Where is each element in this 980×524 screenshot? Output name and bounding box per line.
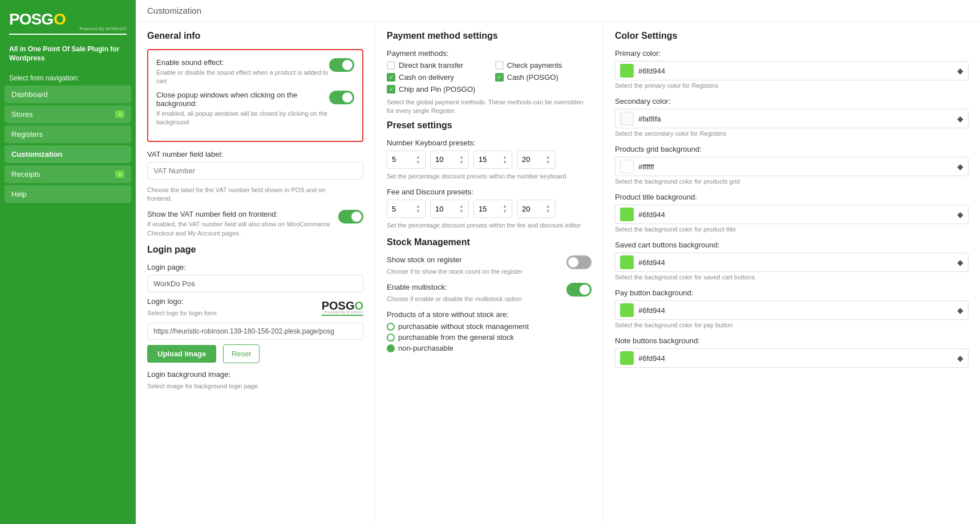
logo-pos: POS <box>9 10 41 29</box>
radio-btn-2[interactable] <box>387 344 395 352</box>
sidebar: POS GO Powered By WORKGO All in One Poin… <box>0 0 136 524</box>
page-title: Customization <box>147 6 969 15</box>
preset-arrows-0: ▲▼ <box>416 155 420 165</box>
page-header: Customization <box>136 0 980 22</box>
color-picker-icon-6[interactable]: ◆ <box>957 354 963 363</box>
multistock-toggle[interactable] <box>566 283 592 296</box>
sidebar-item-help[interactable]: Help <box>5 185 131 203</box>
show-stock-toggle[interactable] <box>566 255 592 269</box>
sidebar-item-label: Stores <box>11 110 33 119</box>
color-products-grid: Products grid background: #ffffff ◆ Sele… <box>615 145 969 185</box>
payment-method-0: Direct bank transfer <box>387 61 484 70</box>
payment-method-3: Cash (POSGO) <box>495 73 592 82</box>
color-saved-cart-label: Saved cart buttons background: <box>615 241 969 249</box>
payment-label-2: Cash on delivery <box>399 73 454 82</box>
sidebar-item-label: Dashboard <box>11 90 48 99</box>
cb-2[interactable] <box>387 73 395 82</box>
vat-input[interactable] <box>147 162 363 180</box>
color-secondary-input[interactable]: #faf8fa ◆ <box>615 109 969 128</box>
color-picker-icon-3[interactable]: ◆ <box>957 210 963 219</box>
show-stock-label: Show stock on register <box>387 255 523 264</box>
sidebar-item-label: Registers <box>11 130 43 139</box>
show-vat-toggle[interactable] <box>338 210 363 224</box>
cb-1[interactable] <box>495 61 504 70</box>
multistock-desc: Choose if enable or disable the multisto… <box>387 295 522 303</box>
color-picker-icon-1[interactable]: ◆ <box>957 114 963 123</box>
keyboard-desc: Set the percentage discount presets with… <box>387 172 592 181</box>
preset-arrows-1: ▲▼ <box>459 155 464 165</box>
payment-method-2: Cash on delivery <box>387 73 484 82</box>
sidebar-item-registers[interactable]: Registers <box>5 125 131 143</box>
color-note-buttons-hex: #6fd944 <box>638 354 953 363</box>
sound-effect-toggle[interactable] <box>329 58 354 72</box>
close-popup-row: Close popup windows when clicking on the… <box>156 91 354 127</box>
close-popup-desc: If enabled, all popup windows will be cl… <box>156 109 329 127</box>
color-saved-cart-swatch <box>620 255 634 269</box>
multistock-info: Enable multistock: Choose if enable or d… <box>387 283 522 303</box>
vat-desc: Choose the label for the VAT number fiel… <box>147 186 363 204</box>
fee-desc: Set the percentage discount presets with… <box>387 221 592 230</box>
login-logo-row: Login logo: Select logo for login form P… <box>147 297 363 318</box>
color-pay-button-input[interactable]: #6fd944 ◆ <box>615 300 969 320</box>
color-note-buttons-label: Note buttons background: <box>615 336 969 345</box>
color-product-title: Product title background: #6fd944 ◆ Sele… <box>615 193 969 233</box>
sidebar-item-receipts[interactable]: Receipts » <box>5 165 131 183</box>
color-note-buttons-input[interactable]: #6fd944 ◆ <box>615 348 969 368</box>
login-page-label: Login page: <box>147 263 363 271</box>
payment-section: Payment methods: Direct bank transfer Ch… <box>387 49 592 116</box>
show-vat-label: Show the VAT number field on frontend: <box>147 210 338 218</box>
radio-btn-0[interactable] <box>387 323 395 331</box>
logo-area: POS GO Powered By WORKGO <box>0 0 136 45</box>
color-picker-icon-4[interactable]: ◆ <box>957 258 963 267</box>
close-popup-toggle[interactable] <box>329 91 354 104</box>
login-page-input[interactable] <box>147 275 363 293</box>
toggle-slider <box>338 210 363 224</box>
sidebar-item-label: Customization <box>11 150 63 159</box>
color-saved-cart-input[interactable]: #6fd944 ◆ <box>615 253 969 272</box>
without-stock-item: Products of a store without stock are: p… <box>387 310 592 352</box>
color-picker-icon-2[interactable]: ◆ <box>957 162 963 171</box>
preset-input-0[interactable]: 5 ▲▼ <box>387 151 426 169</box>
color-products-grid-input[interactable]: #ffffff ◆ <box>615 157 969 176</box>
fee-input-3[interactable]: 20 ▲▼ <box>517 200 556 218</box>
sidebar-item-customization[interactable]: Customization <box>5 145 131 163</box>
radio-label-2: non-purchasable <box>398 344 453 352</box>
color-products-grid-desc: Select the background color for products… <box>615 178 969 185</box>
logo-url-input[interactable] <box>147 323 363 340</box>
sidebar-item-stores[interactable]: Stores » <box>5 105 131 123</box>
payment-label-4: Chip and Pin (POSGO) <box>399 85 475 94</box>
cb-4[interactable] <box>387 85 395 94</box>
cb-3[interactable] <box>495 73 504 82</box>
radio-1: purchasable from the general stock <box>387 333 592 342</box>
fee-input-2[interactable]: 15 ▲▼ <box>473 200 512 218</box>
fee-input-1[interactable]: 10 ▲▼ <box>430 200 469 218</box>
color-picker-icon-0[interactable]: ◆ <box>957 66 963 75</box>
sidebar-item-dashboard[interactable]: Dashboard <box>5 86 131 103</box>
background-section: Login background image: Select image for… <box>147 370 363 391</box>
radio-label-0: purchasable without stock management <box>398 322 529 331</box>
sound-effect-desc: Enable or disable the sound effect when … <box>156 68 329 86</box>
color-secondary-hex: #faf8fa <box>638 115 953 123</box>
fee-input-0[interactable]: 5 ▲▼ <box>387 200 426 218</box>
login-logo-desc: Select logo for login form <box>147 309 217 318</box>
login-logo-info: Login logo: Select logo for login form <box>147 297 217 318</box>
nav-label: Select from navigation: <box>0 70 136 86</box>
preset-input-1[interactable]: 10 ▲▼ <box>430 151 469 169</box>
preset-arrows-3: ▲▼ <box>546 155 550 165</box>
preset-input-2[interactable]: 15 ▲▼ <box>473 151 512 169</box>
fee-arrows-0: ▲▼ <box>416 204 420 214</box>
color-picker-icon-5[interactable]: ◆ <box>957 306 963 315</box>
color-primary-input[interactable]: #6fd944 ◆ <box>615 61 969 80</box>
logo-powered-display: Powered By W ORGO <box>323 310 363 314</box>
color-product-title-input[interactable]: #6fd944 ◆ <box>615 205 969 224</box>
color-primary-swatch <box>620 64 634 78</box>
multistock-label: Enable multistock: <box>387 283 522 291</box>
preset-input-3[interactable]: 20 ▲▼ <box>517 151 556 169</box>
reset-button[interactable]: Reset <box>223 344 260 363</box>
stock-title: Stock Management <box>387 237 592 247</box>
upload-image-button[interactable]: Upload Image <box>147 345 216 363</box>
color-secondary-label: Secondary color: <box>615 97 969 105</box>
color-secondary-swatch <box>620 112 634 125</box>
cb-0[interactable] <box>387 61 395 70</box>
radio-btn-1[interactable] <box>387 334 395 342</box>
